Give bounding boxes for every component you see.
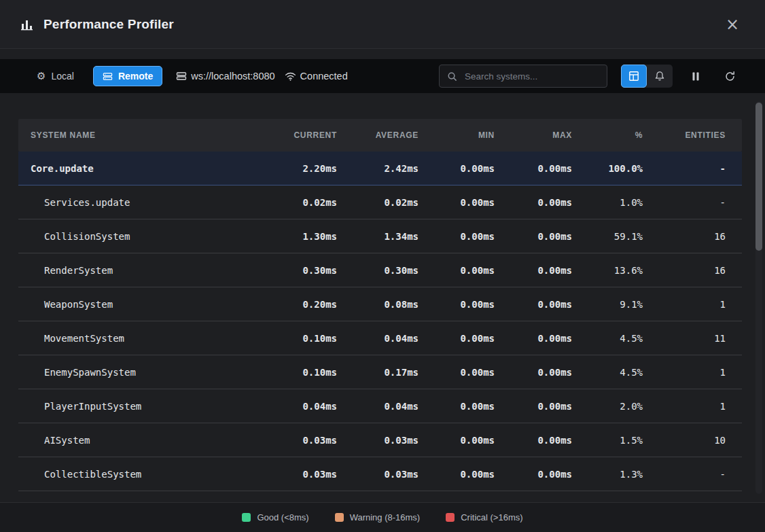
cell-name: CollisionSystem [18, 231, 265, 242]
cell-entities: 1 [659, 401, 742, 412]
search-input[interactable] [463, 71, 599, 82]
titlebar: Performance Profiler × [0, 0, 765, 49]
column-header-min[interactable]: MIN [435, 130, 511, 140]
legend-label-critical: Critical (>16ms) [461, 512, 522, 522]
cell-percent: 9.1% [588, 299, 659, 310]
cell-name: Services.update [18, 197, 265, 208]
cell-current: 0.03ms [265, 469, 353, 480]
websocket-url-text: ws://localhost:8080 [191, 71, 274, 82]
column-header-max[interactable]: MAX [511, 130, 588, 140]
cell-min: 0.00ms [435, 401, 511, 412]
cell-current: 0.10ms [265, 333, 353, 344]
table-row[interactable]: EnemySpawnSystem0.10ms0.17ms0.00ms0.00ms… [18, 355, 742, 389]
column-header-current[interactable]: CURRENT [265, 130, 353, 140]
remote-mode-label: Remote [118, 71, 153, 82]
cell-min: 0.00ms [435, 231, 511, 242]
search-icon [447, 71, 457, 82]
cell-current: 0.10ms [265, 367, 353, 378]
cell-percent: 59.1% [588, 231, 659, 242]
table-row[interactable]: Services.update0.02ms0.02ms0.00ms0.00ms1… [18, 185, 742, 219]
cell-average: 0.03ms [353, 435, 435, 446]
server-icon [176, 71, 187, 82]
cell-current: 0.03ms [265, 435, 353, 446]
cell-current: 0.30ms [265, 265, 353, 276]
cell-name: CollectibleSystem [18, 469, 265, 480]
cell-name: AISystem [18, 435, 265, 446]
cell-average: 0.04ms [353, 401, 435, 412]
table-row[interactable]: RenderSystem0.30ms0.30ms0.00ms0.00ms13.6… [18, 253, 742, 287]
table-header-row: SYSTEM NAME CURRENT AVERAGE MIN MAX % EN… [18, 119, 742, 152]
cell-average: 0.02ms [353, 197, 435, 208]
cell-current: 0.02ms [265, 197, 353, 208]
cell-percent: 1.5% [588, 435, 659, 446]
legend-item-critical: Critical (>16ms) [446, 512, 522, 522]
search-box [439, 65, 607, 88]
cell-entities: 16 [659, 231, 742, 242]
cell-entities: - [659, 163, 742, 174]
cell-max: 0.00ms [511, 469, 588, 480]
pause-button[interactable] [685, 65, 707, 87]
cell-percent: 1.3% [588, 469, 659, 480]
warning-swatch [335, 513, 344, 522]
cell-name: MovementSystem [18, 333, 265, 344]
legend-bar: Good (<8ms) Warning (8-16ms) Critical (>… [0, 502, 765, 532]
cell-min: 0.00ms [435, 435, 511, 446]
performance-profiler-window: Performance Profiler × ⚙ Local Remote [0, 0, 765, 532]
cell-min: 0.00ms [435, 299, 511, 310]
local-mode-button[interactable]: ⚙ Local [27, 66, 84, 86]
cell-max: 0.00ms [511, 231, 588, 242]
cell-current: 1.30ms [265, 231, 353, 242]
gear-icon: ⚙ [37, 71, 46, 82]
cell-average: 0.30ms [353, 265, 435, 276]
remote-mode-button[interactable]: Remote [93, 66, 162, 86]
cell-current: 0.20ms [265, 299, 353, 310]
refresh-button[interactable] [719, 65, 741, 87]
cell-percent: 100.0% [588, 163, 659, 174]
table-body: Core.update2.20ms2.42ms0.00ms0.00ms100.0… [18, 152, 742, 491]
cell-entities: 10 [659, 435, 742, 446]
notifications-button[interactable] [647, 65, 673, 88]
table-row[interactable]: CollisionSystem1.30ms1.34ms0.00ms0.00ms5… [18, 219, 742, 253]
cell-max: 0.00ms [511, 333, 588, 344]
column-header-entities[interactable]: ENTITIES [659, 130, 742, 140]
cell-average: 2.42ms [353, 163, 435, 174]
scrollbar[interactable] [755, 101, 762, 494]
legend-item-good: Good (<8ms) [242, 512, 308, 522]
cell-name: Core.update [18, 163, 265, 174]
scrollbar-thumb[interactable] [755, 103, 762, 251]
table-view-button[interactable] [621, 65, 647, 88]
table-row[interactable]: WeaponSystem0.20ms0.08ms0.00ms0.00ms9.1%… [18, 287, 742, 321]
view-toggle-group [621, 65, 673, 88]
table-row[interactable]: MovementSystem0.10ms0.04ms0.00ms0.00ms4.… [18, 321, 742, 355]
cell-min: 0.00ms [435, 197, 511, 208]
cell-max: 0.00ms [511, 401, 588, 412]
connection-status-text: Connected [300, 71, 348, 82]
cell-min: 0.00ms [435, 333, 511, 344]
cell-name: WeaponSystem [18, 299, 265, 310]
cell-name: PlayerInputSystem [18, 401, 265, 412]
cell-max: 0.00ms [511, 197, 588, 208]
cell-min: 0.00ms [435, 265, 511, 276]
cell-max: 0.00ms [511, 367, 588, 378]
cell-current: 0.04ms [265, 401, 353, 412]
wifi-icon [285, 71, 296, 82]
legend-label-good: Good (<8ms) [257, 512, 308, 522]
column-header-percent[interactable]: % [588, 130, 659, 140]
cell-entities: 11 [659, 333, 742, 344]
table-row[interactable]: AISystem0.03ms0.03ms0.00ms0.00ms1.5%10 [18, 423, 742, 457]
table-row[interactable]: CollectibleSystem0.03ms0.03ms0.00ms0.00m… [18, 457, 742, 491]
cell-max: 0.00ms [511, 163, 588, 174]
table-row[interactable]: Core.update2.20ms2.42ms0.00ms0.00ms100.0… [18, 152, 742, 185]
close-button[interactable]: × [720, 14, 745, 35]
cell-percent: 1.0% [588, 197, 659, 208]
cell-average: 1.34ms [353, 231, 435, 242]
column-header-system-name[interactable]: SYSTEM NAME [18, 130, 265, 140]
table-row[interactable]: PlayerInputSystem0.04ms0.04ms0.00ms0.00m… [18, 389, 742, 423]
column-header-average[interactable]: AVERAGE [353, 130, 435, 140]
legend-item-warning: Warning (8-16ms) [335, 512, 421, 522]
cell-min: 0.00ms [435, 469, 511, 480]
server-icon [103, 71, 113, 82]
cell-entities: 16 [659, 265, 742, 276]
cell-min: 0.00ms [435, 367, 511, 378]
critical-swatch [446, 513, 455, 522]
